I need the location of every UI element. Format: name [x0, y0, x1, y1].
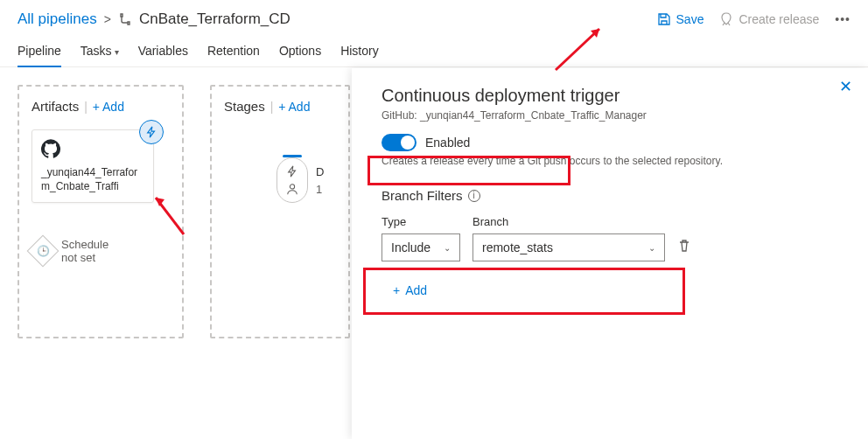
stage-node[interactable]: D 1 [276, 157, 308, 203]
breadcrumb-root[interactable]: All pipelines [18, 10, 97, 28]
plus-icon: + [278, 100, 285, 114]
header-actions: Save Create release ••• [657, 12, 850, 26]
branch-select[interactable]: remote_stats ⌄ [472, 233, 665, 261]
tab-history[interactable]: History [340, 35, 379, 66]
close-button[interactable]: ✕ [839, 77, 852, 96]
type-select[interactable]: Include ⌄ [382, 233, 460, 261]
tab-pipeline[interactable]: Pipeline [18, 35, 61, 66]
delete-filter-button[interactable] [677, 239, 691, 261]
tabs: Pipeline Tasks▾ Variables Retention Opti… [0, 35, 868, 67]
tab-variables[interactable]: Variables [138, 35, 188, 66]
breadcrumb-separator: > [104, 12, 111, 26]
svg-point-0 [290, 185, 294, 189]
schedule-label-1: Schedule [61, 238, 108, 251]
divider: | [84, 100, 88, 114]
more-actions-button[interactable]: ••• [835, 12, 850, 26]
github-icon [41, 139, 60, 158]
artifacts-title: Artifacts [32, 99, 79, 114]
header: All pipelines > CnBate_Terraform_CD Save… [0, 0, 868, 35]
chevron-down-icon: ⌄ [648, 243, 655, 253]
stages-panel: Stages | + Add D 1 [210, 85, 350, 338]
artifact-name: _yunqian44_Terraform_Cnbate_Traffi [41, 166, 144, 193]
plus-icon: + [93, 100, 100, 114]
schedule-row[interactable]: 🕒 Schedule not set [32, 238, 170, 264]
flyout-title: Continuous deployment trigger [382, 86, 838, 106]
add-filter-button[interactable]: + Add [382, 277, 438, 303]
cd-trigger-flyout: ✕ Continuous deployment trigger GitHub: … [352, 68, 868, 439]
stages-add-label: Add [289, 100, 311, 114]
schedule-label-2: not set [61, 251, 108, 264]
tab-tasks-label: Tasks [80, 44, 112, 58]
create-release-button: Create release [719, 12, 819, 26]
create-release-label: Create release [738, 12, 819, 26]
enabled-toggle[interactable] [382, 134, 416, 151]
branch-value: remote_stats [482, 240, 553, 254]
tab-tasks[interactable]: Tasks▾ [80, 35, 119, 66]
breadcrumb: All pipelines > CnBate_Terraform_CD [18, 10, 657, 28]
artifacts-add-label: Add [102, 100, 124, 114]
stages-add-button[interactable]: + Add [278, 100, 310, 114]
stages-title: Stages [224, 99, 265, 114]
page-title: CnBate_Terraform_CD [139, 10, 290, 28]
artifacts-panel: Artifacts | + Add _yunqian44_Terraform_C… [18, 85, 184, 338]
branch-filter-row: Type Include ⌄ Branch remote_stats ⌄ [382, 215, 838, 261]
enabled-description: Creates a release every time a Git push … [382, 155, 838, 167]
clock-icon: 🕒 [27, 235, 60, 268]
user-icon [286, 183, 298, 195]
rocket-icon [719, 12, 733, 26]
tab-retention[interactable]: Retention [207, 35, 260, 66]
save-button[interactable]: Save [657, 12, 704, 26]
type-label: Type [382, 215, 460, 228]
add-filter-label: Add [405, 283, 427, 297]
flyout-subtitle: GitHub: _yunqian44_Terraform_Cnbate_Traf… [382, 109, 838, 122]
tab-options[interactable]: Options [279, 35, 321, 66]
branch-label: Branch [472, 215, 665, 228]
pipeline-def-icon [118, 12, 132, 26]
plus-icon: + [393, 283, 400, 297]
save-label: Save [676, 12, 704, 26]
chevron-down-icon: ⌄ [444, 243, 451, 253]
type-value: Include [391, 240, 430, 254]
artifacts-add-button[interactable]: + Add [93, 100, 124, 114]
stage-count: 1 [316, 183, 322, 196]
enabled-label: Enabled [425, 136, 470, 150]
cd-trigger-button[interactable] [139, 120, 164, 144]
artifact-card[interactable]: _yunqian44_Terraform_Cnbate_Traffi [32, 129, 154, 203]
divider: | [270, 100, 274, 114]
trash-icon [677, 239, 691, 253]
chevron-down-icon: ▾ [115, 47, 119, 57]
lightning-icon [286, 165, 298, 178]
lightning-icon [145, 126, 158, 138]
stage-name: D [316, 165, 324, 178]
branch-filters-heading: Branch Filters [382, 188, 463, 203]
save-icon [657, 12, 671, 26]
info-icon[interactable]: i [468, 190, 480, 202]
